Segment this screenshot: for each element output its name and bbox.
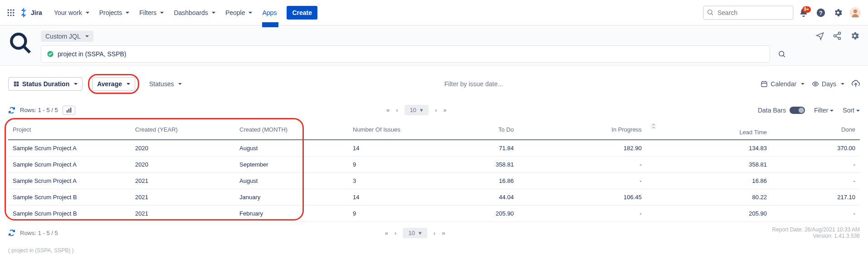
days-button[interactable]: Days <box>812 80 844 88</box>
nav-dashboards[interactable]: Dashboards <box>170 6 219 19</box>
pager-top: « ‹ 10 ▾ › » <box>80 105 753 115</box>
svg-point-8 <box>13 15 14 16</box>
calendar-button[interactable]: Calendar <box>761 80 805 88</box>
svg-line-19 <box>783 55 785 57</box>
svg-point-6 <box>8 15 9 16</box>
data-bars-toggle[interactable]: Data Bars <box>758 107 805 114</box>
col-created-month[interactable]: Created (MONTH) <box>235 120 348 140</box>
next-page-icon[interactable]: › <box>435 107 437 113</box>
rows-label-bottom: Rows: 1 - 5 / 5 <box>20 230 58 236</box>
col-lead-time[interactable]: Lead Time <box>646 120 771 140</box>
cell-in-progress: - <box>518 206 646 222</box>
jql-mode-chip[interactable]: Custom JQL <box>41 31 93 42</box>
refresh-icon[interactable] <box>8 107 15 114</box>
average-button[interactable]: Average <box>92 77 135 91</box>
cell-lead: 134.83 <box>646 140 771 157</box>
svg-text:?: ? <box>819 9 823 16</box>
cell-done: - <box>771 157 860 173</box>
cell-project: Sample Scrum Project B <box>8 206 131 222</box>
prev-page-icon[interactable]: ‹ <box>395 230 396 236</box>
cell-in-progress: 182.90 <box>518 140 646 157</box>
nav-people[interactable]: People <box>222 6 256 19</box>
report-settings-icon[interactable] <box>850 31 860 41</box>
report-header: Custom JQL project in (SSPA, SSPB) <box>0 25 868 66</box>
jql-search-button[interactable] <box>775 47 789 61</box>
svg-point-7 <box>10 15 11 16</box>
nav-your-work[interactable]: Your work <box>50 6 93 19</box>
cell-in-progress: 106.45 <box>518 189 646 206</box>
svg-rect-27 <box>14 84 16 87</box>
product-name: Jira <box>31 9 42 16</box>
global-search-input[interactable] <box>703 5 794 20</box>
query-echo: ( project in (SSPA, SSPB) ) <box>0 247 868 261</box>
cell-issues: 14 <box>348 140 430 157</box>
filter-button[interactable]: Filter <box>814 107 834 114</box>
svg-rect-25 <box>14 82 16 84</box>
jql-input[interactable]: project in (SSPA, SSPB) <box>41 45 770 63</box>
status-duration-button[interactable]: Status Duration <box>8 77 83 91</box>
col-num-issues[interactable]: Number Of Issues <box>348 120 430 140</box>
filter-issue-date[interactable]: Filter by issue date... <box>192 80 755 88</box>
col-project[interactable]: Project <box>8 120 131 140</box>
cell-todo: 205.90 <box>430 206 518 222</box>
jira-logo[interactable]: Jira <box>19 8 42 18</box>
notifications-icon[interactable]: 9+ <box>796 5 811 20</box>
svg-point-22 <box>839 37 841 39</box>
table-row[interactable]: Sample Scrum Project A2020August1471.841… <box>8 140 860 157</box>
page-size-select[interactable]: 10 ▾ <box>405 105 429 115</box>
sort-button[interactable]: Sort <box>843 107 860 114</box>
feedback-icon[interactable] <box>815 31 824 40</box>
create-button[interactable]: Create <box>287 6 317 20</box>
last-page-icon[interactable]: » <box>443 107 446 113</box>
prev-page-icon[interactable]: ‹ <box>396 107 398 113</box>
cell-in-progress: - <box>518 173 646 189</box>
table-row[interactable]: Sample Scrum Project B2021January1444.04… <box>8 189 860 206</box>
cell-month: February <box>235 206 348 222</box>
last-page-icon[interactable]: » <box>442 230 445 236</box>
export-icon[interactable] <box>852 80 860 88</box>
col-todo[interactable]: To Do <box>430 120 518 140</box>
cell-todo: 358.81 <box>430 157 518 173</box>
col-done[interactable]: Done <box>771 120 860 140</box>
statuses-button[interactable]: Statuses <box>145 78 186 90</box>
table-row[interactable]: Sample Scrum Project A2020September9358.… <box>8 157 860 173</box>
first-page-icon[interactable]: « <box>385 230 388 236</box>
page-size-select[interactable]: 10 ▾ <box>403 228 427 238</box>
svg-point-0 <box>8 9 9 10</box>
svg-line-10 <box>712 14 713 15</box>
cell-in-progress: - <box>518 157 646 173</box>
cell-todo: 16.86 <box>430 173 518 189</box>
help-icon[interactable]: ? <box>814 5 828 20</box>
cell-done: - <box>771 173 860 189</box>
profile-avatar[interactable] <box>848 5 863 20</box>
cell-year: 2020 <box>131 140 235 157</box>
report-info: Report Date: 26/Aug/2021 10:33 AM Versio… <box>772 226 860 239</box>
cell-project: Sample Scrum Project A <box>8 173 131 189</box>
col-in-progress[interactable]: In Progress <box>518 120 646 140</box>
svg-rect-26 <box>17 82 19 84</box>
refresh-icon-bottom[interactable] <box>8 229 15 236</box>
svg-rect-37 <box>70 108 71 113</box>
nav-projects[interactable]: Projects <box>96 6 133 19</box>
nav-filters[interactable]: Filters <box>136 6 167 19</box>
app-switcher-icon[interactable] <box>5 7 16 18</box>
cell-year: 2021 <box>131 173 235 189</box>
cell-issues: 14 <box>348 189 430 206</box>
svg-line-24 <box>836 36 839 38</box>
svg-point-3 <box>8 12 9 13</box>
share-icon[interactable] <box>833 31 842 40</box>
rows-meta-bottom: Rows: 1 - 5 / 5 « ‹ 10 ▾ › » Report Date… <box>0 222 868 247</box>
report-toolbar: Status Duration Average Statuses Filter … <box>0 66 868 100</box>
cell-done: 370.00 <box>771 140 860 157</box>
settings-icon[interactable] <box>831 5 845 20</box>
nav-apps[interactable]: Apps <box>258 6 280 19</box>
search-icon <box>707 9 714 16</box>
table-row[interactable]: Sample Scrum Project B2021February9205.9… <box>8 206 860 222</box>
chart-toggle-icon[interactable] <box>63 106 75 115</box>
col-created-year[interactable]: Created (YEAR) <box>131 120 235 140</box>
first-page-icon[interactable]: « <box>386 107 390 113</box>
table-row[interactable]: Sample Scrum Project A2021August316.86-1… <box>8 173 860 189</box>
svg-point-2 <box>13 9 14 10</box>
next-page-icon[interactable]: › <box>434 230 435 236</box>
report-magnify-icon <box>8 31 33 55</box>
